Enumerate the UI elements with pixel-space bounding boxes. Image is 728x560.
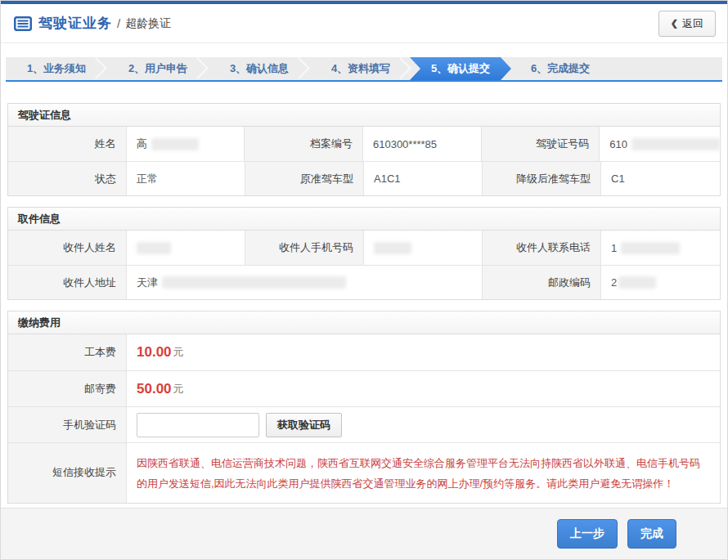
step-label: 1、业务须知 (27, 62, 86, 74)
value-text: 1 (611, 242, 617, 254)
value-text: 2 (611, 276, 617, 289)
step-separator-chevron (85, 57, 107, 79)
field-value-name: 高 (127, 127, 245, 161)
table-row: 收件人地址 天津 邮政编码 2 (8, 265, 720, 299)
step-label: 6、完成提交 (531, 62, 590, 74)
field-value-license-number: 610 (600, 127, 720, 161)
field-label-recipient-name: 收件人姓名 (8, 231, 127, 265)
license-form-icon (14, 16, 32, 31)
field-value-recipient-phone: 1 (601, 231, 720, 265)
field-label-name: 姓名 (8, 127, 127, 161)
fee-amount: 10.00 (137, 344, 172, 361)
field-value-file-number: 610300****85 (363, 127, 482, 161)
step-separator-chevron (389, 57, 411, 79)
redacted-blur (151, 138, 199, 150)
redacted-blur (374, 242, 411, 254)
field-label-file-number: 档案编号 (245, 127, 363, 161)
get-sms-code-button[interactable]: 获取验证码 (266, 413, 342, 437)
redacted-blur (631, 138, 720, 150)
field-label-downgraded-class: 降级后准驾车型 (483, 161, 601, 195)
table-row: 工本费 10.00 元 (8, 334, 720, 370)
value-text: 正常 (137, 172, 158, 186)
step-separator-chevron (186, 57, 209, 79)
section-title-license: 驾驶证信息 (8, 104, 720, 127)
field-value-status: 正常 (127, 161, 245, 195)
redacted-blur (137, 242, 171, 254)
field-label-sms-notice: 短信接收提示 (8, 442, 127, 503)
step-active-underline (6, 80, 722, 82)
field-label-recipient-phone: 收件人联系电话 (483, 231, 601, 265)
section-title-pickup: 取件信息 (8, 208, 720, 231)
field-label-status: 状态 (8, 161, 127, 195)
value-text: 高 (137, 137, 147, 151)
section-license-info: 驾驶证信息 姓名 高 档案编号 610300****85 驾驶证号码 610 状… (7, 103, 721, 196)
step-label: 4、资料填写 (331, 62, 390, 74)
field-label-sms-code: 手机验证码 (8, 406, 127, 442)
field-value-postal-code: 2 (601, 265, 720, 299)
back-button-label: 返回 (682, 16, 703, 31)
step-separator-chevron (288, 57, 310, 79)
footer-action-bar: 上一步 完成 (1, 508, 727, 559)
page-header: 驾驶证业务 / 超龄换证 ❮ 返回 (1, 4, 727, 43)
field-sms-code: 获取验证码 (127, 406, 720, 442)
step-label: 2、用户申告 (128, 62, 187, 74)
section-fees: 缴纳费用 工本费 10.00 元 邮寄费 50.00 元 手机验证码 获取验证码… (7, 311, 721, 504)
value-text: A1C1 (374, 172, 401, 185)
step-label: 3、确认信息 (230, 62, 289, 74)
field-label-recipient-mobile: 收件人手机号码 (245, 231, 364, 265)
field-label-original-class: 原准驾车型 (245, 161, 364, 195)
table-row: 短信接收提示 因陕西省联通、电信运营商技术问题，陕西省互联网交通安全综合服务管理… (8, 442, 720, 503)
chevron-left-icon: ❮ (671, 18, 678, 29)
redacted-blur (621, 242, 680, 254)
field-label-recipient-address: 收件人地址 (8, 265, 127, 299)
table-row: 状态 正常 原准驾车型 A1C1 降级后准驾车型 C1 (8, 161, 720, 195)
page-subtitle: 超龄换证 (125, 16, 171, 31)
fee-unit: 元 (173, 382, 184, 396)
field-value-production-fee: 10.00 元 (127, 334, 720, 370)
field-value-postage-fee: 50.00 元 (127, 370, 720, 406)
sms-notice-text: 因陕西省联通、电信运营商技术问题，陕西省互联网交通安全综合服务管理平台无法向持陕… (137, 451, 708, 495)
step-6-finish-submit[interactable]: 6、完成提交 (510, 57, 611, 80)
finish-button[interactable]: 完成 (627, 519, 676, 549)
field-value-recipient-name (127, 231, 245, 265)
value-text: C1 (611, 172, 625, 185)
fee-amount: 50.00 (137, 381, 172, 397)
sms-code-input[interactable] (137, 413, 259, 437)
step-4-fill-data[interactable]: 4、资料填写 (310, 57, 411, 80)
table-row: 收件人姓名 收件人手机号码 收件人联系电话 1 (8, 231, 720, 265)
step-5-confirm-submit-active[interactable]: 5、确认提交 (410, 57, 511, 80)
table-row: 手机验证码 获取验证码 (8, 406, 720, 442)
breadcrumb-separator: / (117, 16, 120, 30)
redacted-blur (618, 276, 656, 289)
step-wizard: 1、业务须知 2、用户申告 3、确认信息 4、资料填写 5、确认提交 6、完成提… (6, 57, 722, 80)
step-3-confirm-info[interactable]: 3、确认信息 (209, 57, 310, 80)
section-pickup-info: 取件信息 收件人姓名 收件人手机号码 收件人联系电话 1 收件人地址 天津 邮政… (7, 207, 721, 300)
value-text: 天津 (137, 276, 158, 290)
fee-unit: 元 (173, 345, 184, 360)
field-value-downgraded-class: C1 (601, 161, 720, 195)
field-label-postal-code: 邮政编码 (483, 265, 601, 299)
field-value-recipient-mobile (364, 231, 483, 265)
step-2-user-declaration[interactable]: 2、用户申告 (107, 57, 209, 80)
field-value-original-class: A1C1 (364, 161, 483, 195)
back-button[interactable]: ❮ 返回 (658, 11, 716, 37)
field-label-production-fee: 工本费 (8, 334, 127, 370)
table-row: 邮寄费 50.00 元 (8, 370, 720, 406)
value-text: 610 (609, 138, 627, 150)
field-label-postage-fee: 邮寄费 (8, 370, 127, 406)
redacted-blur (162, 276, 346, 289)
field-value-recipient-address: 天津 (127, 265, 483, 299)
step-1-business-notice[interactable]: 1、业务须知 (6, 57, 107, 80)
step-label: 5、确认提交 (431, 62, 490, 74)
page-title: 驾驶证业务 (38, 14, 112, 33)
value-text: 610300****85 (373, 138, 437, 150)
section-title-fees: 缴纳费用 (8, 311, 720, 334)
field-label-license-number: 驾驶证号码 (482, 127, 600, 161)
table-row: 姓名 高 档案编号 610300****85 驾驶证号码 610 (8, 127, 720, 161)
field-sms-notice: 因陕西省联通、电信运营商技术问题，陕西省互联网交通安全综合服务管理平台无法向持陕… (127, 442, 720, 503)
previous-step-button[interactable]: 上一步 (557, 519, 618, 549)
